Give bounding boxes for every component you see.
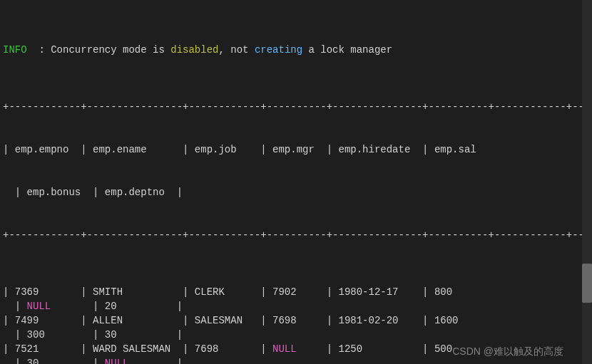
table-header-line1: | emp.empno | emp.ename | emp.job | emp.… (3, 142, 589, 157)
table-row-cont: | 300 | 30 | (3, 328, 589, 342)
table-border-mid: +------------+----------------+---------… (3, 228, 589, 242)
log-level-info: INFO (3, 44, 27, 56)
terminal-output: INFO : Concurrency mode is disabled, not… (0, 0, 592, 364)
table-border-top: +------------+----------------+---------… (3, 100, 589, 114)
watermark: CSDN @难以触及的高度 (452, 344, 563, 358)
null-value: NULL (27, 301, 51, 312)
table-row: | 7499 | ALLEN | SALESMAN | 7698 | 1981-… (3, 313, 589, 328)
table-header-line2: | emp.bonus | emp.deptno | (3, 185, 589, 199)
scrollbar-vertical[interactable] (582, 0, 592, 364)
keyword-creating: creating (255, 44, 302, 56)
null-value: NULL (272, 343, 297, 355)
table-row: | 7369 | SMITH | CLERK | 7902 | 1980-12-… (3, 285, 589, 299)
scrollbar-thumb[interactable] (582, 264, 592, 303)
table-row-cont: | NULL | 20 | (3, 299, 589, 313)
log-info-line: INFO : Concurrency mode is disabled, not… (3, 43, 589, 57)
keyword-disabled: disabled (170, 44, 218, 56)
null-value: NULL (105, 358, 129, 364)
